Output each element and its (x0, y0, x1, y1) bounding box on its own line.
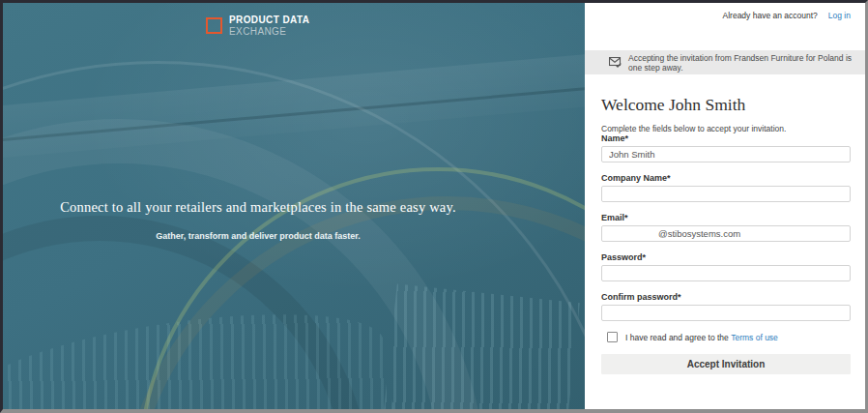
confirm-password-label: Confirm password* (601, 292, 851, 302)
logo-title: PRODUCT DATA (229, 15, 309, 26)
hero-copy: Connect to all your retailers and market… (3, 199, 513, 241)
terms-checkbox[interactable] (607, 332, 618, 342)
product-data-exchange-logo: PRODUCT DATA EXCHANGE (206, 15, 309, 37)
background-arc (3, 216, 370, 409)
logo-square-icon (206, 17, 222, 34)
terms-row: I have read and agree to the Terms of us… (601, 332, 851, 342)
confirm-password-input[interactable] (601, 305, 851, 321)
name-label: Name* (601, 133, 851, 143)
name-field-group: Name* (601, 133, 851, 162)
invitation-form: Welcome John Smith Complete the fields b… (601, 3, 851, 374)
background-band (3, 48, 585, 162)
app-window: PRODUCT DATA EXCHANGE Connect to all you… (0, 0, 868, 413)
email-input[interactable] (601, 225, 851, 242)
accept-invitation-button[interactable]: Accept Invitation (601, 354, 851, 374)
password-field-group: Password* (601, 252, 851, 281)
terms-of-use-link[interactable]: Terms of use (731, 333, 778, 342)
logo-subtitle: EXCHANGE (229, 26, 309, 38)
form-subtitle: Complete the fields below to accept your… (601, 124, 851, 133)
logo-text: PRODUCT DATA EXCHANGE (229, 15, 309, 37)
terms-text: I have read and agree to the (625, 333, 729, 342)
background-stripes (383, 283, 580, 409)
background-arc (3, 119, 486, 409)
email-field-group: Email* (601, 213, 851, 242)
background-line (3, 81, 585, 145)
company-name-input[interactable] (601, 186, 851, 202)
hero-panel: PRODUCT DATA EXCHANGE Connect to all you… (3, 3, 585, 409)
password-label: Password* (601, 252, 851, 262)
signup-panel: Already have an account? Log in Acceptin… (585, 3, 865, 409)
background-stripes (3, 294, 398, 409)
welcome-title: Welcome John Smith (601, 95, 851, 115)
company-name-field-group: Company Name* (601, 173, 851, 202)
company-name-label: Company Name* (601, 173, 851, 183)
name-input[interactable] (601, 146, 851, 162)
hero-subheadline: Gather, transform and deliver product da… (3, 231, 513, 241)
email-label: Email* (601, 213, 851, 222)
hero-headline: Connect to all your retailers and market… (3, 199, 513, 216)
password-input[interactable] (601, 265, 851, 281)
confirm-password-field-group: Confirm password* (601, 292, 851, 321)
